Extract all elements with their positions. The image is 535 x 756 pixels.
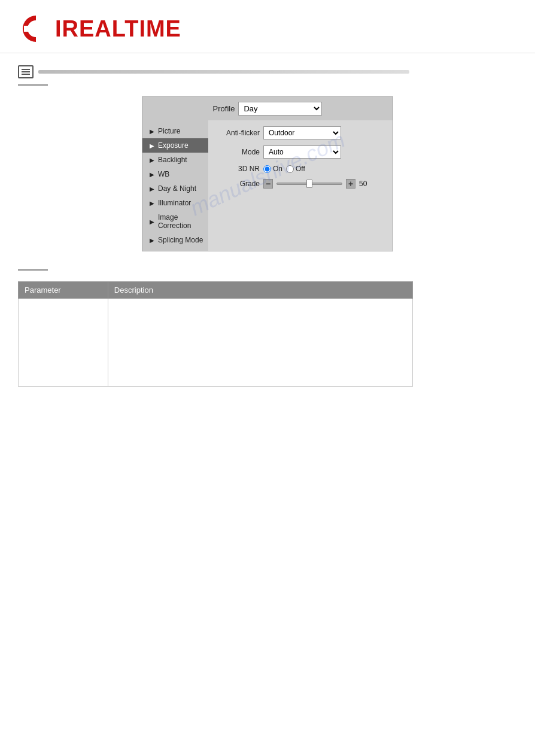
sidebar-label-backlight: Backlight [158, 156, 187, 164]
panel-area: Profile Day Night Normal ▶ Picture [18, 96, 517, 251]
3dnr-on-radio[interactable] [263, 165, 271, 173]
page-content: Profile Day Night Normal ▶ Picture [0, 53, 535, 399]
table-header-desc: Description [108, 282, 412, 299]
3dnr-on-option[interactable]: On [263, 165, 282, 173]
section-divider-1 [18, 84, 48, 86]
profile-label: Profile [213, 104, 235, 113]
arrow-icon-illuminator: ▶ [150, 200, 154, 207]
svg-rect-0 [24, 26, 37, 32]
sidebar-item-splicing-mode[interactable]: ▶ Splicing Mode [142, 233, 208, 247]
grade-minus-btn[interactable]: − [263, 179, 273, 189]
sidebar-label-picture: Picture [158, 127, 180, 135]
3dnr-off-radio[interactable] [286, 165, 294, 173]
section-divider-2 [18, 269, 48, 271]
mode-row: Mode Auto Manual [217, 145, 384, 159]
antiflicker-select[interactable]: Outdoor 50Hz 60Hz [263, 126, 341, 139]
sidebar-label-wb: WB [158, 170, 169, 178]
3dnr-row: 3D NR On Off [217, 165, 384, 173]
sidebar-label-day-night: Day & Night [158, 184, 196, 193]
sidebar-item-picture[interactable]: ▶ Picture [142, 124, 208, 138]
panel-body: ▶ Picture ▶ Exposure ▶ Backlight ▶ [142, 120, 393, 251]
sidebar-label-image-correction: Image Correction [158, 213, 203, 230]
grade-slider-track[interactable] [276, 183, 342, 185]
logo-text: IREALTIME [55, 16, 181, 42]
note-bar-line [38, 70, 409, 74]
sidebar: ▶ Picture ▶ Exposure ▶ Backlight ▶ [142, 120, 208, 251]
sidebar-item-wb[interactable]: ▶ WB [142, 167, 208, 181]
3dnr-off-label: Off [296, 165, 305, 173]
arrow-icon-backlight: ▶ [150, 157, 154, 163]
note-icon [18, 65, 34, 78]
ui-panel: Profile Day Night Normal ▶ Picture [142, 96, 393, 251]
arrow-icon-wb: ▶ [150, 171, 154, 178]
note-bar [18, 65, 517, 78]
3dnr-radio-group: On Off [263, 165, 305, 173]
3dnr-on-label: On [273, 165, 282, 173]
sidebar-item-image-correction[interactable]: ▶ Image Correction [142, 210, 208, 233]
antiflicker-label: Anti-flicker [217, 129, 260, 137]
panel-wrapper: Profile Day Night Normal ▶ Picture [142, 96, 393, 251]
sidebar-label-exposure: Exposure [158, 141, 189, 150]
table-cell-desc [108, 299, 412, 387]
table-row [19, 299, 413, 387]
arrow-icon-day-night: ▶ [150, 186, 154, 192]
arrow-icon-image-correction: ▶ [150, 218, 154, 225]
antiflicker-row: Anti-flicker Outdoor 50Hz 60Hz [217, 126, 384, 139]
grade-label: Grade [217, 180, 260, 188]
header: IREALTIME [0, 0, 535, 53]
sidebar-item-day-night[interactable]: ▶ Day & Night [142, 181, 208, 196]
3dnr-off-option[interactable]: Off [286, 165, 305, 173]
grade-row: Grade − + 50 [217, 179, 384, 189]
sidebar-label-splicing-mode: Splicing Mode [158, 236, 203, 244]
logo: IREALTIME [18, 11, 517, 47]
grade-slider-thumb[interactable] [306, 180, 312, 188]
arrow-icon-exposure: ▶ [150, 142, 154, 149]
grade-value: 50 [359, 180, 372, 188]
profile-row: Profile Day Night Normal [142, 97, 393, 120]
mode-select[interactable]: Auto Manual [263, 145, 341, 159]
sidebar-item-illuminator[interactable]: ▶ Illuminator [142, 196, 208, 210]
3dnr-label: 3D NR [217, 165, 260, 173]
sidebar-label-illuminator: Illuminator [158, 199, 191, 207]
logo-icon [18, 11, 54, 47]
grade-plus-btn[interactable]: + [346, 179, 355, 189]
info-table: Parameter Description [18, 281, 413, 387]
arrow-icon-picture: ▶ [150, 128, 154, 135]
mode-label: Mode [217, 148, 260, 156]
sidebar-item-exposure[interactable]: ▶ Exposure [142, 138, 208, 153]
grade-slider-row: − + 50 [263, 179, 372, 189]
table-header-param: Parameter [19, 282, 108, 299]
settings-area: Anti-flicker Outdoor 50Hz 60Hz Mode A [208, 120, 393, 251]
arrow-icon-splicing-mode: ▶ [150, 237, 154, 244]
profile-select[interactable]: Day Night Normal [238, 102, 322, 116]
logo-letter: I [55, 16, 62, 41]
sidebar-item-backlight[interactable]: ▶ Backlight [142, 153, 208, 167]
table-cell-param [19, 299, 108, 387]
